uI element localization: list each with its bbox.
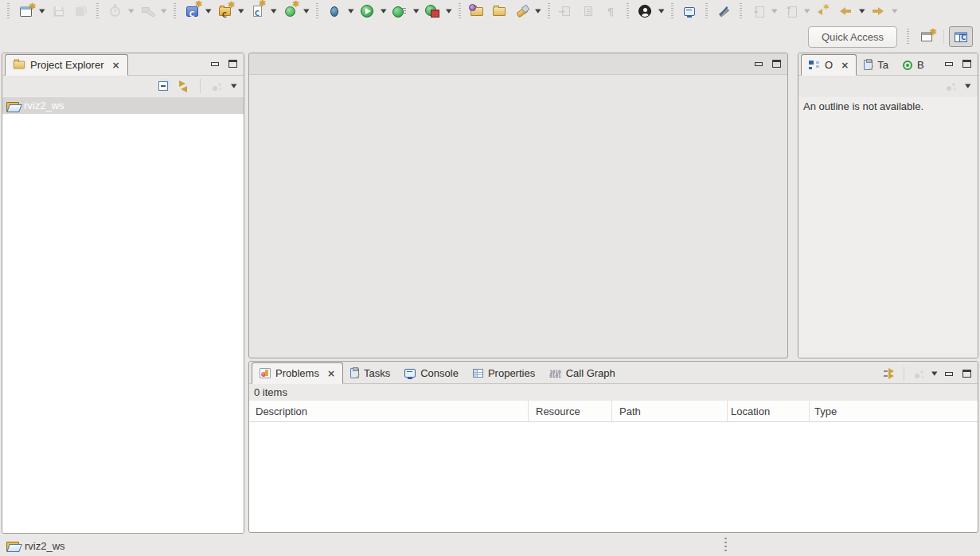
back-button[interactable]: [835, 2, 856, 21]
cpp-perspective-button[interactable]: [949, 26, 973, 47]
toolbar-drag-handle[interactable]: [705, 3, 708, 19]
tab-tasks[interactable]: Tasks: [343, 362, 397, 384]
next-annotation-button[interactable]: [748, 2, 768, 21]
back-dropdown[interactable]: [857, 2, 867, 21]
column-separator[interactable]: [528, 401, 529, 422]
maximize-button[interactable]: [225, 56, 240, 72]
new-c-project-button[interactable]: [182, 2, 202, 21]
toolbar-drag-handle[interactable]: [7, 3, 10, 19]
minimize-button[interactable]: [207, 56, 223, 72]
save-all-button[interactable]: [70, 2, 91, 21]
cpp-perspective-icon: [955, 32, 967, 42]
minimize-button[interactable]: [941, 56, 957, 72]
show-whitespace-button[interactable]: [600, 2, 621, 21]
user-account-button[interactable]: [634, 2, 655, 21]
debug-dropdown[interactable]: [346, 2, 356, 21]
new-wizard-dropdown[interactable]: [37, 2, 47, 21]
tab-problems[interactable]: Problems ×: [252, 362, 343, 384]
new-wizard-button[interactable]: [15, 2, 36, 21]
collapse-all-button[interactable]: [154, 77, 172, 95]
show-source-button[interactable]: [578, 2, 599, 21]
toolbar-drag-handle[interactable]: [907, 29, 909, 45]
maximize-button[interactable]: [768, 56, 784, 72]
search-dropdown[interactable]: [533, 2, 543, 21]
link-editor-button[interactable]: [175, 77, 193, 95]
build-dropdown[interactable]: [158, 2, 169, 21]
toolbar-drag-handle[interactable]: [174, 3, 176, 19]
new-c-project-dropdown[interactable]: [203, 2, 213, 21]
toolbar-drag-handle[interactable]: [740, 3, 742, 19]
view-menu-arrow[interactable]: [929, 364, 939, 383]
new-c-class-button[interactable]: [279, 2, 300, 21]
column-type[interactable]: Type: [814, 405, 837, 417]
profile-dropdown[interactable]: [126, 2, 136, 21]
external-tools-button[interactable]: [422, 2, 443, 21]
toolbar-drag-handle[interactable]: [671, 3, 674, 19]
new-c-source-file-dropdown[interactable]: [268, 2, 279, 21]
view-menu-button[interactable]: [942, 77, 959, 95]
status-drag-handle[interactable]: [724, 538, 727, 553]
tab-build-targets[interactable]: B: [896, 54, 931, 76]
mark-occurrences-button[interactable]: [713, 2, 734, 21]
profile-as-dropdown[interactable]: [411, 2, 421, 21]
view-menu-arrow[interactable]: [962, 76, 973, 96]
link-with-editor-button[interactable]: [556, 2, 576, 21]
profile-as-button[interactable]: [389, 2, 410, 21]
new-c-source-folder-dropdown[interactable]: [236, 2, 246, 21]
open-console-button[interactable]: [679, 2, 700, 21]
forward-button[interactable]: [868, 2, 888, 21]
view-menu-arrow[interactable]: [228, 76, 239, 96]
close-icon[interactable]: ×: [111, 61, 119, 70]
forward-dropdown[interactable]: [889, 2, 900, 21]
search-button[interactable]: [511, 2, 532, 21]
maximize-button[interactable]: [959, 56, 974, 72]
close-icon[interactable]: ×: [841, 61, 849, 70]
tree-item-rviz2-ws[interactable]: rviz2_ws: [2, 97, 244, 114]
tab-task-list[interactable]: Ta: [857, 54, 896, 76]
column-separator[interactable]: [611, 401, 612, 422]
minimize-button[interactable]: [941, 366, 957, 382]
close-icon[interactable]: ×: [327, 369, 335, 378]
tab-console[interactable]: Console: [397, 362, 466, 384]
open-folder-button[interactable]: [489, 2, 510, 21]
column-location[interactable]: Location: [731, 405, 770, 417]
toolbar-drag-handle[interactable]: [96, 3, 99, 19]
previous-annotation-icon: [785, 6, 797, 17]
run-button[interactable]: [357, 2, 377, 21]
column-description[interactable]: Description: [256, 405, 307, 417]
tab-project-explorer[interactable]: Project Explorer ×: [5, 54, 128, 76]
new-c-source-folder-button[interactable]: [214, 2, 235, 21]
column-separator[interactable]: [727, 401, 728, 422]
profile-button[interactable]: [104, 2, 125, 21]
debug-button[interactable]: [324, 2, 345, 21]
quick-access-button[interactable]: Quick Access: [808, 26, 897, 48]
last-edit-location-button[interactable]: [813, 2, 834, 21]
external-tools-dropdown[interactable]: [443, 2, 454, 21]
open-perspective-button[interactable]: [915, 26, 939, 47]
previous-annotation-button[interactable]: [780, 2, 801, 21]
next-annotation-dropdown[interactable]: [769, 2, 779, 21]
save-button[interactable]: [48, 2, 68, 21]
tab-properties[interactable]: Properties: [466, 362, 542, 384]
view-menu-button[interactable]: [208, 77, 225, 95]
tab-outline[interactable]: O ×: [801, 54, 857, 76]
open-project-button[interactable]: [467, 2, 487, 21]
view-menu-button[interactable]: [910, 365, 927, 382]
user-account-dropdown[interactable]: [656, 2, 666, 21]
focus-button[interactable]: [880, 365, 898, 382]
toolbar-drag-handle[interactable]: [548, 3, 550, 19]
new-c-source-file-button[interactable]: [247, 2, 267, 21]
column-separator[interactable]: [809, 401, 810, 422]
column-resource[interactable]: Resource: [536, 405, 580, 417]
toolbar-drag-handle[interactable]: [627, 3, 629, 19]
column-path[interactable]: Path: [619, 405, 641, 417]
new-c-class-dropdown[interactable]: [301, 2, 311, 21]
previous-annotation-dropdown[interactable]: [802, 2, 812, 21]
maximize-button[interactable]: [959, 366, 974, 382]
tab-call-graph[interactable]: Call Graph: [542, 362, 623, 384]
toolbar-drag-handle[interactable]: [459, 3, 461, 19]
minimize-button[interactable]: [751, 56, 767, 72]
build-button[interactable]: [137, 2, 158, 21]
toolbar-drag-handle[interactable]: [316, 3, 318, 19]
run-dropdown[interactable]: [378, 2, 388, 21]
